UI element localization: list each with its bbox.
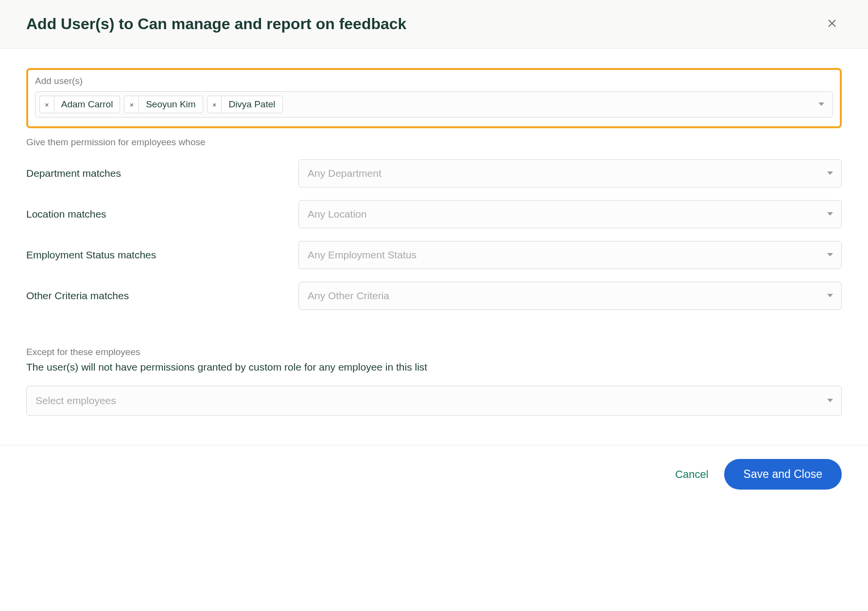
- chevron-down-icon: [827, 251, 833, 259]
- user-chip: × Adam Carrol: [39, 96, 120, 113]
- modal-footer: Cancel Save and Close: [0, 445, 868, 503]
- criteria-row-department: Department matches Any Department: [26, 159, 842, 187]
- chevron-down-icon: [818, 100, 825, 109]
- permission-intro: Give them permission for employees whose: [26, 137, 842, 148]
- close-icon: [826, 17, 838, 31]
- user-chip: × Seoyun Kim: [124, 96, 203, 113]
- add-users-modal: Add User(s) to Can manage and report on …: [0, 0, 868, 503]
- close-icon: ×: [129, 101, 134, 109]
- employment-status-select[interactable]: Any Employment Status: [298, 241, 842, 269]
- user-chip-label: Divya Patel: [222, 96, 282, 113]
- criteria-label: Location matches: [26, 208, 298, 220]
- remove-user-button[interactable]: ×: [208, 96, 222, 113]
- exception-employees-select[interactable]: Select employees: [26, 386, 842, 416]
- criteria-label: Employment Status matches: [26, 249, 298, 261]
- remove-user-button[interactable]: ×: [40, 96, 54, 113]
- chevron-down-icon: [827, 210, 833, 219]
- select-placeholder: Any Other Criteria: [308, 290, 389, 302]
- select-placeholder: Any Employment Status: [308, 249, 417, 261]
- criteria-label: Department matches: [26, 168, 298, 179]
- user-chip: × Divya Patel: [207, 96, 283, 113]
- exception-label: Except for these employees: [26, 347, 842, 357]
- modal-header: Add User(s) to Can manage and report on …: [0, 0, 868, 49]
- user-chip-label: Adam Carrol: [54, 96, 120, 113]
- chevron-down-icon: [827, 169, 833, 178]
- chevron-down-icon: [827, 291, 833, 300]
- select-placeholder: Select employees: [35, 395, 116, 407]
- other-criteria-select[interactable]: Any Other Criteria: [298, 282, 842, 310]
- user-chip-label: Seoyun Kim: [139, 96, 202, 113]
- chevron-down-icon: [827, 396, 833, 405]
- close-icon: ×: [45, 101, 49, 109]
- exception-description: The user(s) will not have permissions gr…: [26, 361, 842, 373]
- select-placeholder: Any Department: [308, 168, 382, 179]
- location-select[interactable]: Any Location: [298, 200, 842, 228]
- add-users-highlight: Add user(s) × Adam Carrol × Seoyun Kim: [26, 68, 842, 128]
- criteria-row-other-criteria: Other Criteria matches Any Other Criteri…: [26, 282, 842, 310]
- criteria-row-employment-status: Employment Status matches Any Employment…: [26, 241, 842, 269]
- modal-title: Add User(s) to Can manage and report on …: [26, 15, 406, 33]
- add-users-input[interactable]: × Adam Carrol × Seoyun Kim × Divya Patel: [35, 91, 833, 118]
- close-button[interactable]: [822, 14, 842, 34]
- remove-user-button[interactable]: ×: [124, 96, 139, 113]
- close-icon: ×: [212, 101, 217, 109]
- criteria-row-location: Location matches Any Location: [26, 200, 842, 228]
- select-placeholder: Any Location: [308, 208, 366, 220]
- add-users-label: Add user(s): [35, 76, 833, 86]
- criteria-label: Other Criteria matches: [26, 290, 298, 302]
- department-select[interactable]: Any Department: [298, 159, 842, 187]
- exception-section: Except for these employees The user(s) w…: [26, 347, 842, 416]
- modal-body: Add user(s) × Adam Carrol × Seoyun Kim: [0, 49, 868, 445]
- save-and-close-button[interactable]: Save and Close: [724, 459, 842, 490]
- cancel-button[interactable]: Cancel: [675, 468, 708, 481]
